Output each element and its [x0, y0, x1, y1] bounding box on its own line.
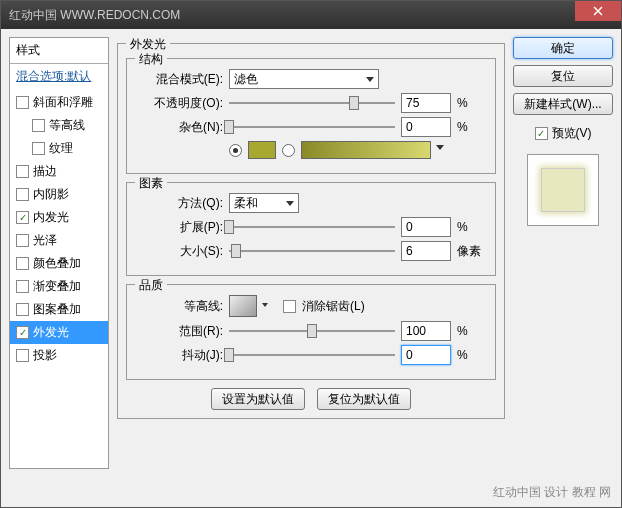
content-area: 样式 混合选项:默认 斜面和浮雕等高线纹理描边内阴影内发光光泽颜色叠加渐变叠加图… — [1, 29, 621, 477]
style-checkbox[interactable] — [16, 257, 29, 270]
main-panel: 外发光 结构 混合模式(E): 滤色 不透明度(O): 75 — [117, 37, 505, 469]
dropdown-icon — [286, 201, 294, 206]
jitter-label: 抖动(J): — [135, 347, 223, 364]
spread-input[interactable]: 0 — [401, 217, 451, 237]
style-label: 投影 — [33, 347, 57, 364]
method-value: 柔和 — [234, 195, 258, 212]
range-slider[interactable] — [229, 323, 395, 339]
range-label: 范围(R): — [135, 323, 223, 340]
style-label: 等高线 — [49, 117, 85, 134]
jitter-unit: % — [457, 348, 487, 362]
title-bar: 红动中国 WWW.REDOCN.COM — [1, 1, 621, 29]
color-swatch[interactable] — [248, 141, 276, 159]
reset-default-button[interactable]: 复位为默认值 — [317, 388, 411, 410]
style-checkbox[interactable] — [16, 188, 29, 201]
opacity-input[interactable]: 75 — [401, 93, 451, 113]
blend-mode-select[interactable]: 滤色 — [229, 69, 379, 89]
spread-slider[interactable] — [229, 219, 395, 235]
reset-button[interactable]: 复位 — [513, 65, 613, 87]
element-title: 图素 — [135, 175, 167, 192]
preview-checkbox[interactable] — [535, 127, 548, 140]
style-label: 斜面和浮雕 — [33, 94, 93, 111]
style-item-7[interactable]: 颜色叠加 — [10, 252, 108, 275]
title-text: 红动中国 WWW.REDOCN.COM — [9, 7, 180, 24]
size-slider[interactable] — [229, 243, 395, 259]
solid-color-radio[interactable] — [229, 144, 242, 157]
outer-glow-fieldset: 外发光 结构 混合模式(E): 滤色 不透明度(O): 75 — [117, 43, 505, 419]
preview-box — [527, 154, 599, 226]
style-item-4[interactable]: 内阴影 — [10, 183, 108, 206]
style-list: 斜面和浮雕等高线纹理描边内阴影内发光光泽颜色叠加渐变叠加图案叠加外发光投影 — [10, 89, 108, 369]
blend-mode-label: 混合模式(E): — [135, 71, 223, 88]
opacity-unit: % — [457, 96, 487, 110]
style-checkbox[interactable] — [16, 349, 29, 362]
noise-input[interactable]: 0 — [401, 117, 451, 137]
quality-group: 品质 等高线: 消除锯齿(L) 范围(R): 100 % — [126, 284, 496, 380]
close-icon — [593, 6, 603, 16]
style-checkbox[interactable] — [32, 142, 45, 155]
noise-unit: % — [457, 120, 487, 134]
gradient-radio[interactable] — [282, 144, 295, 157]
color-type-group — [229, 141, 431, 159]
preview-swatch — [541, 168, 585, 212]
styles-sidebar: 样式 混合选项:默认 斜面和浮雕等高线纹理描边内阴影内发光光泽颜色叠加渐变叠加图… — [9, 37, 109, 469]
style-item-5[interactable]: 内发光 — [10, 206, 108, 229]
style-item-3[interactable]: 描边 — [10, 160, 108, 183]
style-item-9[interactable]: 图案叠加 — [10, 298, 108, 321]
noise-slider[interactable] — [229, 119, 395, 135]
style-item-2[interactable]: 纹理 — [10, 137, 108, 160]
style-checkbox[interactable] — [32, 119, 45, 132]
close-button[interactable] — [575, 1, 621, 21]
style-item-1[interactable]: 等高线 — [10, 114, 108, 137]
style-label: 纹理 — [49, 140, 73, 157]
style-item-11[interactable]: 投影 — [10, 344, 108, 367]
style-label: 内阴影 — [33, 186, 69, 203]
dropdown-icon — [262, 303, 268, 307]
range-unit: % — [457, 324, 487, 338]
style-checkbox[interactable] — [16, 303, 29, 316]
style-checkbox[interactable] — [16, 165, 29, 178]
style-checkbox[interactable] — [16, 280, 29, 293]
antialias-checkbox[interactable] — [283, 300, 296, 313]
style-item-6[interactable]: 光泽 — [10, 229, 108, 252]
style-checkbox[interactable] — [16, 326, 29, 339]
right-panel: 确定 复位 新建样式(W)... 预览(V) — [513, 37, 613, 469]
method-select[interactable]: 柔和 — [229, 193, 299, 213]
structure-title: 结构 — [135, 51, 167, 68]
jitter-input[interactable]: 0 — [401, 345, 451, 365]
layer-style-dialog: 红动中国 WWW.REDOCN.COM 样式 混合选项:默认 斜面和浮雕等高线纹… — [0, 0, 622, 508]
size-input[interactable]: 6 — [401, 241, 451, 261]
style-label: 图案叠加 — [33, 301, 81, 318]
style-label: 光泽 — [33, 232, 57, 249]
preview-label: 预览(V) — [552, 125, 592, 142]
method-label: 方法(Q): — [135, 195, 223, 212]
style-checkbox[interactable] — [16, 96, 29, 109]
structure-group: 结构 混合模式(E): 滤色 不透明度(O): 75 % — [126, 58, 496, 174]
new-style-button[interactable]: 新建样式(W)... — [513, 93, 613, 115]
preview-toggle[interactable]: 预览(V) — [513, 125, 613, 142]
quality-title: 品质 — [135, 277, 167, 294]
set-default-button[interactable]: 设置为默认值 — [211, 388, 305, 410]
style-label: 渐变叠加 — [33, 278, 81, 295]
contour-label: 等高线: — [135, 298, 223, 315]
sidebar-header: 样式 — [10, 38, 108, 64]
ok-button[interactable]: 确定 — [513, 37, 613, 59]
size-label: 大小(S): — [135, 243, 223, 260]
blend-mode-value: 滤色 — [234, 71, 258, 88]
style-label: 外发光 — [33, 324, 69, 341]
contour-picker[interactable] — [229, 295, 257, 317]
style-checkbox[interactable] — [16, 234, 29, 247]
blend-options-link[interactable]: 混合选项:默认 — [10, 64, 108, 89]
opacity-slider[interactable] — [229, 95, 395, 111]
footer-watermark: 红动中国 设计 教程 网 — [493, 484, 611, 501]
style-item-0[interactable]: 斜面和浮雕 — [10, 91, 108, 114]
range-input[interactable]: 100 — [401, 321, 451, 341]
style-checkbox[interactable] — [16, 211, 29, 224]
style-item-8[interactable]: 渐变叠加 — [10, 275, 108, 298]
default-buttons: 设置为默认值 复位为默认值 — [126, 388, 496, 410]
dropdown-icon — [366, 77, 374, 82]
style-item-10[interactable]: 外发光 — [10, 321, 108, 344]
gradient-picker[interactable] — [301, 141, 431, 159]
spread-unit: % — [457, 220, 487, 234]
jitter-slider[interactable] — [229, 347, 395, 363]
